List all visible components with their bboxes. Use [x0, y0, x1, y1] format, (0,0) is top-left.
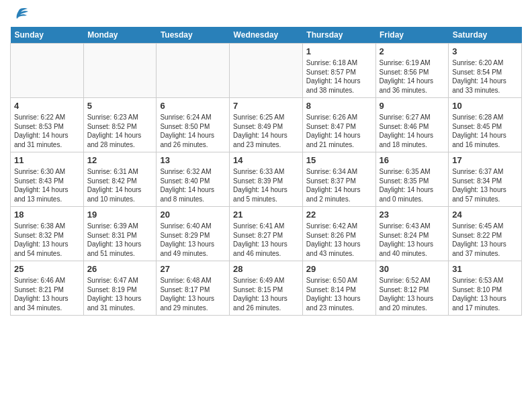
- cell-info: Sunrise: 6:42 AM Sunset: 8:26 PM Dayligh…: [306, 222, 372, 258]
- day-number: 24: [452, 210, 518, 220]
- calendar-cell: 13Sunrise: 6:32 AM Sunset: 8:40 PM Dayli…: [157, 152, 230, 207]
- header-friday: Friday: [375, 27, 449, 44]
- day-number: 7: [233, 101, 299, 111]
- calendar-cell: 21Sunrise: 6:41 AM Sunset: 8:27 PM Dayli…: [230, 207, 303, 261]
- header-wednesday: Wednesday: [230, 27, 303, 44]
- header-tuesday: Tuesday: [157, 27, 230, 44]
- day-number: 8: [306, 101, 372, 111]
- calendar-cell: 20Sunrise: 6:40 AM Sunset: 8:29 PM Dayli…: [157, 207, 230, 261]
- cell-info: Sunrise: 6:39 AM Sunset: 8:31 PM Dayligh…: [87, 222, 153, 258]
- calendar-cell: 23Sunrise: 6:43 AM Sunset: 8:24 PM Dayli…: [375, 207, 449, 261]
- header-sunday: Sunday: [11, 27, 84, 44]
- calendar-cell: 27Sunrise: 6:48 AM Sunset: 8:17 PM Dayli…: [157, 261, 230, 316]
- calendar-cell: 19Sunrise: 6:39 AM Sunset: 8:31 PM Dayli…: [83, 207, 157, 261]
- header-monday: Monday: [83, 27, 157, 44]
- week-row-2: 4Sunrise: 6:22 AM Sunset: 8:53 PM Daylig…: [11, 98, 522, 152]
- day-number: 16: [380, 155, 445, 165]
- calendar-cell: 5Sunrise: 6:23 AM Sunset: 8:52 PM Daylig…: [83, 98, 157, 152]
- calendar-cell: [230, 44, 303, 98]
- calendar-cell: 10Sunrise: 6:28 AM Sunset: 8:45 PM Dayli…: [449, 98, 522, 152]
- cell-info: Sunrise: 6:30 AM Sunset: 8:43 PM Dayligh…: [14, 167, 80, 203]
- cell-info: Sunrise: 6:37 AM Sunset: 8:34 PM Dayligh…: [452, 167, 518, 203]
- day-number: 3: [452, 46, 518, 56]
- logo: [10, 7, 32, 21]
- header-row: SundayMondayTuesdayWednesdayThursdayFrid…: [11, 27, 522, 44]
- day-number: 19: [87, 210, 153, 220]
- calendar-cell: 28Sunrise: 6:49 AM Sunset: 8:15 PM Dayli…: [230, 261, 303, 316]
- day-number: 10: [452, 101, 518, 111]
- calendar-cell: 26Sunrise: 6:47 AM Sunset: 8:19 PM Dayli…: [83, 261, 157, 316]
- cell-info: Sunrise: 6:34 AM Sunset: 8:37 PM Dayligh…: [306, 167, 372, 203]
- cell-info: Sunrise: 6:31 AM Sunset: 8:42 PM Dayligh…: [87, 167, 153, 203]
- cell-info: Sunrise: 6:24 AM Sunset: 8:50 PM Dayligh…: [160, 113, 226, 149]
- calendar-cell: 1Sunrise: 6:18 AM Sunset: 8:57 PM Daylig…: [302, 44, 375, 98]
- calendar-cell: 15Sunrise: 6:34 AM Sunset: 8:37 PM Dayli…: [302, 152, 375, 207]
- day-number: 4: [14, 101, 80, 111]
- calendar-cell: 2Sunrise: 6:19 AM Sunset: 8:56 PM Daylig…: [375, 44, 449, 98]
- calendar-cell: 17Sunrise: 6:37 AM Sunset: 8:34 PM Dayli…: [449, 152, 522, 207]
- calendar-cell: 18Sunrise: 6:38 AM Sunset: 8:32 PM Dayli…: [11, 207, 84, 261]
- day-number: 15: [306, 155, 372, 165]
- cell-info: Sunrise: 6:20 AM Sunset: 8:54 PM Dayligh…: [452, 58, 518, 95]
- cell-info: Sunrise: 6:53 AM Sunset: 8:10 PM Dayligh…: [452, 276, 518, 312]
- week-row-4: 18Sunrise: 6:38 AM Sunset: 8:32 PM Dayli…: [11, 207, 522, 261]
- cell-info: Sunrise: 6:25 AM Sunset: 8:49 PM Dayligh…: [233, 113, 299, 149]
- calendar-cell: 12Sunrise: 6:31 AM Sunset: 8:42 PM Dayli…: [83, 152, 157, 207]
- day-number: 9: [380, 101, 445, 111]
- calendar-cell: [83, 44, 157, 98]
- header-saturday: Saturday: [449, 27, 522, 44]
- cell-info: Sunrise: 6:22 AM Sunset: 8:53 PM Dayligh…: [14, 113, 80, 149]
- calendar-cell: 25Sunrise: 6:46 AM Sunset: 8:21 PM Dayli…: [11, 261, 84, 316]
- calendar-cell: 8Sunrise: 6:26 AM Sunset: 8:47 PM Daylig…: [302, 98, 375, 152]
- day-number: 25: [14, 264, 80, 274]
- cell-info: Sunrise: 6:26 AM Sunset: 8:47 PM Dayligh…: [306, 113, 372, 149]
- calendar-cell: 6Sunrise: 6:24 AM Sunset: 8:50 PM Daylig…: [157, 98, 230, 152]
- calendar-cell: 7Sunrise: 6:25 AM Sunset: 8:49 PM Daylig…: [230, 98, 303, 152]
- day-number: 1: [306, 46, 372, 56]
- cell-info: Sunrise: 6:47 AM Sunset: 8:19 PM Dayligh…: [87, 276, 153, 312]
- cell-info: Sunrise: 6:23 AM Sunset: 8:52 PM Dayligh…: [87, 113, 153, 149]
- calendar-cell: 22Sunrise: 6:42 AM Sunset: 8:26 PM Dayli…: [302, 207, 375, 261]
- cell-info: Sunrise: 6:27 AM Sunset: 8:46 PM Dayligh…: [380, 113, 445, 149]
- cell-info: Sunrise: 6:28 AM Sunset: 8:45 PM Dayligh…: [452, 113, 518, 149]
- day-number: 17: [452, 155, 518, 165]
- day-number: 2: [380, 46, 445, 56]
- calendar-cell: 16Sunrise: 6:35 AM Sunset: 8:35 PM Dayli…: [375, 152, 449, 207]
- cell-info: Sunrise: 6:46 AM Sunset: 8:21 PM Dayligh…: [14, 276, 80, 312]
- calendar-cell: 14Sunrise: 6:33 AM Sunset: 8:39 PM Dayli…: [230, 152, 303, 207]
- day-number: 31: [452, 264, 518, 274]
- week-row-5: 25Sunrise: 6:46 AM Sunset: 8:21 PM Dayli…: [11, 261, 522, 316]
- cell-info: Sunrise: 6:40 AM Sunset: 8:29 PM Dayligh…: [160, 222, 226, 258]
- day-number: 22: [306, 210, 372, 220]
- calendar-table: SundayMondayTuesdayWednesdayThursdayFrid…: [10, 27, 522, 316]
- day-number: 18: [14, 210, 80, 220]
- calendar-cell: 4Sunrise: 6:22 AM Sunset: 8:53 PM Daylig…: [11, 98, 84, 152]
- day-number: 5: [87, 101, 153, 111]
- week-row-1: 1Sunrise: 6:18 AM Sunset: 8:57 PM Daylig…: [11, 44, 522, 98]
- cell-info: Sunrise: 6:32 AM Sunset: 8:40 PM Dayligh…: [160, 167, 226, 203]
- cell-info: Sunrise: 6:41 AM Sunset: 8:27 PM Dayligh…: [233, 222, 299, 258]
- day-number: 29: [306, 264, 372, 274]
- day-number: 23: [380, 210, 445, 220]
- day-number: 26: [87, 264, 153, 274]
- cell-info: Sunrise: 6:43 AM Sunset: 8:24 PM Dayligh…: [380, 222, 445, 258]
- week-row-3: 11Sunrise: 6:30 AM Sunset: 8:43 PM Dayli…: [11, 152, 522, 207]
- day-number: 21: [233, 210, 299, 220]
- cell-info: Sunrise: 6:50 AM Sunset: 8:14 PM Dayligh…: [306, 276, 372, 312]
- day-number: 30: [380, 264, 445, 274]
- calendar-cell: 24Sunrise: 6:45 AM Sunset: 8:22 PM Dayli…: [449, 207, 522, 261]
- cell-info: Sunrise: 6:52 AM Sunset: 8:12 PM Dayligh…: [380, 276, 445, 312]
- calendar-cell: 3Sunrise: 6:20 AM Sunset: 8:54 PM Daylig…: [449, 44, 522, 98]
- calendar-cell: [11, 44, 84, 98]
- calendar-cell: 9Sunrise: 6:27 AM Sunset: 8:46 PM Daylig…: [375, 98, 449, 152]
- cell-info: Sunrise: 6:49 AM Sunset: 8:15 PM Dayligh…: [233, 276, 299, 312]
- calendar-cell: [157, 44, 230, 98]
- cell-info: Sunrise: 6:18 AM Sunset: 8:57 PM Dayligh…: [306, 58, 372, 95]
- calendar-cell: 11Sunrise: 6:30 AM Sunset: 8:43 PM Dayli…: [11, 152, 84, 207]
- cell-info: Sunrise: 6:35 AM Sunset: 8:35 PM Dayligh…: [380, 167, 445, 203]
- day-number: 28: [233, 264, 299, 274]
- page-header: [10, 7, 522, 21]
- day-number: 6: [160, 101, 226, 111]
- day-number: 13: [160, 155, 226, 165]
- day-number: 12: [87, 155, 153, 165]
